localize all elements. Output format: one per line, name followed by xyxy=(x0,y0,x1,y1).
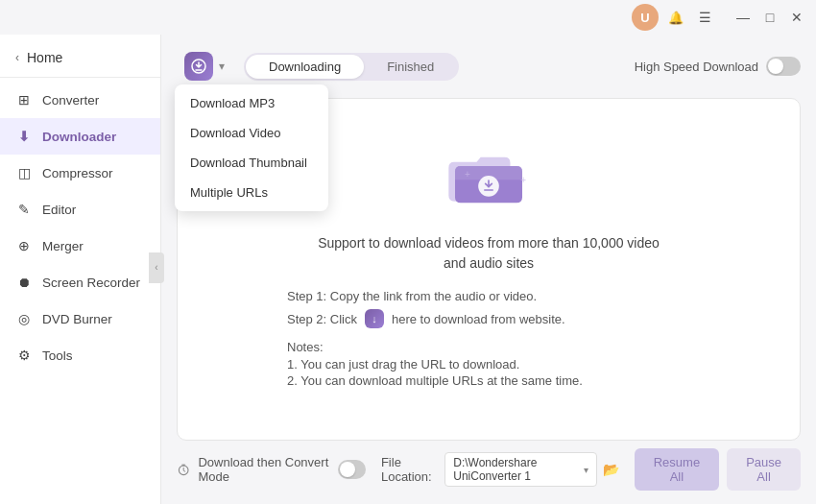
sidebar-collapse-button[interactable]: ‹ xyxy=(149,252,164,283)
compressor-icon: ◫ xyxy=(15,164,33,181)
high-speed-toggle[interactable] xyxy=(766,57,801,76)
step2-prefix: Step 2: Click xyxy=(287,312,357,326)
file-location-group: File Location: D:\Wondershare UniConvert… xyxy=(381,452,619,487)
notes-title: Notes: xyxy=(287,340,690,354)
dropdown-menu: Download MP3 Download Video Download Thu… xyxy=(175,84,328,211)
dropdown-item-video[interactable]: Download Video xyxy=(175,118,328,148)
file-location-label: File Location: xyxy=(381,455,439,484)
main-description: Support to download videos from more tha… xyxy=(306,233,671,274)
main-layout: ‹ Home ⊞ Converter ⬇ Downloader ◫ Compre… xyxy=(0,35,816,504)
downloader-icon: ⬇ xyxy=(15,128,33,145)
sidebar-item-screen-recorder-label: Screen Recorder xyxy=(42,276,140,290)
note1: 1. You can just drag the URL to download… xyxy=(287,357,690,372)
sidebar-item-converter-label: Converter xyxy=(42,93,99,108)
pause-all-button[interactable]: Pause All xyxy=(727,448,801,491)
note2: 2. You can download multiple URLs at the… xyxy=(287,373,690,388)
converter-icon: ⊞ xyxy=(15,91,33,108)
step1: Step 1: Copy the link from the audio or … xyxy=(287,289,690,303)
sidebar-item-merger-label: Merger xyxy=(42,239,84,253)
menu-icon[interactable]: ☰ xyxy=(693,6,716,29)
step1-text: Step 1: Copy the link from the audio or … xyxy=(287,289,537,303)
step2-suffix: here to download from website. xyxy=(392,312,565,326)
svg-text:+: + xyxy=(465,169,470,180)
sidebar-item-merger[interactable]: ⊕ Merger xyxy=(0,228,160,264)
editor-icon: ✎ xyxy=(15,201,33,218)
close-button[interactable]: ✕ xyxy=(785,6,808,29)
convert-mode-toggle[interactable] xyxy=(338,460,366,479)
timer-icon xyxy=(177,461,190,478)
sidebar-item-converter[interactable]: ⊞ Converter xyxy=(0,82,160,118)
screen-recorder-icon: ⏺ xyxy=(15,274,33,291)
sidebar-divider xyxy=(0,77,160,78)
downloader-dropdown-button[interactable]: ▾ xyxy=(177,48,232,84)
tools-icon: ⚙ xyxy=(15,347,33,364)
downloader-icon-badge xyxy=(184,52,213,81)
sidebar-item-downloader-label: Downloader xyxy=(42,130,116,144)
dropdown-item-thumbnail[interactable]: Download Thumbnail xyxy=(175,148,328,178)
resume-all-button[interactable]: Resume All xyxy=(635,448,719,491)
steps-container: Step 1: Copy the link from the audio or … xyxy=(287,289,690,334)
high-speed-toggle-group: High Speed Download xyxy=(635,57,801,76)
sidebar-item-downloader[interactable]: ⬇ Downloader xyxy=(0,118,160,155)
file-path-text: D:\Wondershare UniConverter 1 xyxy=(453,456,579,483)
tab-downloading[interactable]: Downloading xyxy=(246,55,364,79)
convert-mode-label: Download then Convert Mode xyxy=(198,455,330,484)
sidebar-item-tools-label: Tools xyxy=(42,348,73,363)
bell-icon[interactable]: 🔔 xyxy=(662,4,689,31)
tab-group: Downloading Finished xyxy=(244,53,459,81)
sidebar-item-tools[interactable]: ⚙ Tools xyxy=(0,337,160,373)
avatar-icon[interactable]: U xyxy=(632,4,659,31)
dropdown-item-mp3[interactable]: Download MP3 xyxy=(175,88,328,118)
merger-icon: ⊕ xyxy=(15,237,33,254)
sidebar-item-compressor[interactable]: ◫ Compressor xyxy=(0,155,160,191)
action-buttons: Resume All Pause All xyxy=(635,448,801,491)
folder-illustration: + + xyxy=(441,137,537,218)
file-path-box[interactable]: D:\Wondershare UniConverter 1 ▾ xyxy=(444,452,596,487)
high-speed-label: High Speed Download xyxy=(635,60,758,74)
open-folder-icon[interactable]: 📂 xyxy=(603,462,619,477)
minimize-button[interactable]: — xyxy=(732,6,755,29)
maximize-button[interactable]: □ xyxy=(758,6,781,29)
sidebar-item-editor-label: Editor xyxy=(42,203,76,217)
sidebar-item-compressor-label: Compressor xyxy=(42,166,113,180)
content-area: ▾ Downloading Finished High Speed Downlo… xyxy=(161,35,816,504)
step2: Step 2: Click ↓ here to download from we… xyxy=(287,309,690,328)
top-bar: ▾ Downloading Finished High Speed Downlo… xyxy=(177,48,801,84)
sidebar-item-screen-recorder[interactable]: ⏺ Screen Recorder xyxy=(0,264,160,300)
notes-section: Notes: 1. You can just drag the URL to d… xyxy=(287,340,690,390)
sidebar-item-dvd-burner[interactable]: ◎ DVD Burner xyxy=(0,300,160,337)
file-path-arrow-icon: ▾ xyxy=(584,465,588,475)
sidebar-item-dvd-burner-label: DVD Burner xyxy=(42,312,112,326)
sidebar: ‹ Home ⊞ Converter ⬇ Downloader ◫ Compre… xyxy=(0,35,161,504)
dropdown-arrow-icon: ▾ xyxy=(219,60,225,73)
dvd-burner-icon: ◎ xyxy=(15,310,33,327)
back-arrow-icon: ‹ xyxy=(15,51,19,64)
dropdown-item-multiple[interactable]: Multiple URLs xyxy=(175,178,328,207)
sidebar-item-editor[interactable]: ✎ Editor xyxy=(0,191,160,228)
step2-icon: ↓ xyxy=(365,309,384,328)
title-bar: U 🔔 ☰ — □ ✕ xyxy=(0,0,816,35)
tab-finished[interactable]: Finished xyxy=(364,55,457,79)
sidebar-item-home[interactable]: ‹ Home xyxy=(0,42,160,73)
bottom-bar: Download then Convert Mode File Location… xyxy=(177,441,801,494)
convert-mode-group: Download then Convert Mode xyxy=(177,455,366,484)
svg-text:+: + xyxy=(520,175,526,185)
home-label: Home xyxy=(27,50,62,65)
